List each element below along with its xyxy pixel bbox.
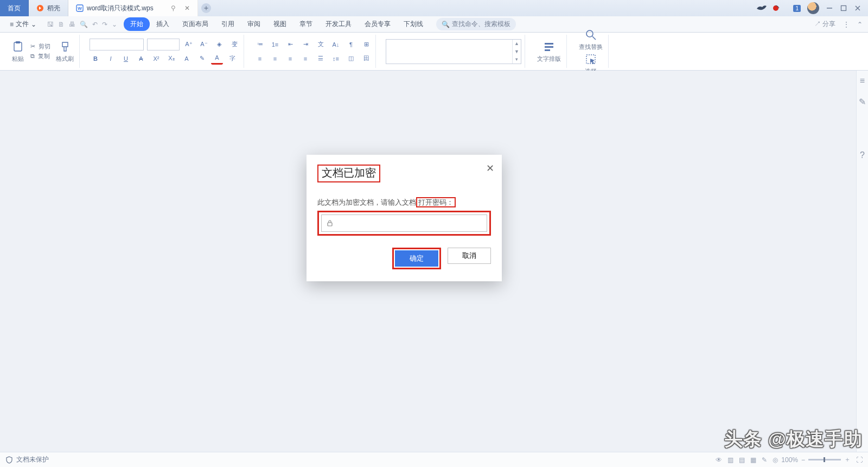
menu-dev-tools[interactable]: 开发工具 [319,17,358,31]
menu-chapter[interactable]: 章节 [293,17,319,31]
read-mode-icon[interactable]: ✎ [762,456,767,464]
format-painter-button[interactable]: 格式刷 [54,40,76,63]
cut-button[interactable]: ✂剪切 [30,42,50,51]
text-layout-button[interactable]: 文字排版 [535,40,563,63]
shading-icon[interactable]: ◫ [345,53,357,65]
subscript-icon[interactable]: X₂ [165,53,177,65]
print-preview-icon[interactable]: 🔍 [80,21,88,28]
password-field[interactable] [321,214,487,232]
close-window-button[interactable] [854,4,861,12]
bold-icon[interactable]: B [90,53,101,65]
menu-underline[interactable]: 下划线 [397,17,430,31]
collapse-ribbon-icon[interactable]: ⌃ [857,21,863,28]
align-center-icon[interactable]: ≡ [269,53,281,65]
text-effect-icon[interactable]: A [181,53,193,65]
menu-references[interactable]: 引用 [215,17,241,31]
minimize-button[interactable] [826,4,833,12]
menu-view[interactable]: 视图 [267,17,293,31]
menu-start[interactable]: 开始 [124,17,150,31]
view-web-icon[interactable]: ▦ [750,456,756,464]
tab-docker[interactable]: 稻壳 [29,0,68,16]
brush-icon [58,40,72,54]
password-input[interactable] [337,219,482,228]
increase-indent-icon[interactable]: ⇥ [299,39,311,51]
snap-icon[interactable]: ⊞ [360,39,372,51]
grow-font-icon[interactable]: A⁺ [183,39,195,51]
align-right-icon[interactable]: ≡ [284,53,296,65]
menu-member[interactable]: 会员专享 [358,17,397,31]
new-tab-button[interactable]: ＋ [198,0,214,16]
zoom-reset-icon[interactable]: ◎ [773,456,778,464]
strikethrough-icon[interactable]: A [135,53,147,65]
font-name-select[interactable] [90,39,144,51]
copy-button[interactable]: ⧉复制 [30,52,50,60]
show-marks-icon[interactable]: ¶ [345,39,357,51]
view-outline-icon[interactable]: ▤ [739,456,745,464]
zoom-value[interactable]: 100% [781,456,798,464]
style-down-icon[interactable]: ▼ [513,47,521,55]
more-icon[interactable]: ⋮ [843,21,850,28]
menu-page-layout[interactable]: 页面布局 [176,17,215,31]
find-replace-button[interactable]: 查找替换 [577,28,605,51]
zoom-in-icon[interactable]: ＋ [844,455,851,464]
svg-rect-9 [16,41,20,43]
font-size-select[interactable] [147,39,180,51]
phonetic-icon[interactable]: 变 [228,39,240,51]
shrink-font-icon[interactable]: A⁻ [198,39,210,51]
eye-icon[interactable]: 👁 [716,456,722,464]
user-avatar[interactable] [807,2,819,14]
dialog-close-button[interactable]: ✕ [486,162,494,174]
bullets-icon[interactable]: ≔ [254,39,266,51]
paste-button[interactable]: 粘贴 [9,40,27,63]
pin-icon[interactable]: ⚲ [171,4,176,12]
svg-text:W: W [78,6,82,11]
cancel-button[interactable]: 取消 [448,248,491,264]
superscript-icon[interactable]: X² [150,53,162,65]
qat-dropdown-icon[interactable]: ⌄ [112,21,117,28]
menu-review[interactable]: 审阅 [241,17,267,31]
rail-menu-icon[interactable]: ≡ [860,76,865,86]
text-direction-icon[interactable]: 文 [315,39,327,51]
menu-insert[interactable]: 插入 [150,17,176,31]
notification-badge[interactable]: 1 [793,5,801,12]
numbering-icon[interactable]: 1≡ [269,39,281,51]
close-tab-icon[interactable]: ✕ [184,4,190,12]
distribute-icon[interactable]: ☰ [315,53,327,65]
tab-home[interactable]: 首页 [0,0,29,16]
italic-icon[interactable]: I [105,53,117,65]
undo-icon[interactable]: ↶ [92,21,98,28]
line-spacing-icon[interactable]: ↕≡ [330,53,342,65]
chevron-down-icon: ⌄ [31,21,36,28]
zoom-slider[interactable] [808,459,841,460]
rail-pen-icon[interactable]: ✎ [859,97,866,107]
highlight-icon[interactable]: ✎ [196,53,208,65]
decrease-indent-icon[interactable]: ⇤ [284,39,296,51]
justify-icon[interactable]: ≡ [299,53,311,65]
style-up-icon[interactable]: ▲ [513,40,521,48]
style-more-icon[interactable]: ▾ [513,55,521,64]
view-page-icon[interactable]: ▥ [727,456,733,464]
print-icon[interactable]: 🖶 [69,21,75,28]
maximize-button[interactable] [840,4,847,12]
file-menu[interactable]: ≡ 文件 ⌄ [5,18,41,30]
char-shading-icon[interactable]: 字 [226,53,238,65]
shield-icon [5,456,13,464]
rail-help-icon[interactable]: ? [860,150,865,160]
align-left-icon[interactable]: ≡ [254,53,266,65]
style-gallery[interactable]: ▲▼▾ [386,39,521,64]
sort-icon[interactable]: A↓ [330,39,342,51]
share-button[interactable]: ↗ 分享 [814,20,835,29]
fullscreen-icon[interactable]: ⛶ [856,456,863,464]
save-as-icon[interactable]: 🗎 [58,21,65,28]
save-icon[interactable]: 🖫 [47,21,54,28]
clear-format-icon[interactable]: ◈ [213,39,225,51]
ok-button[interactable]: 确定 [395,250,438,267]
protect-status[interactable]: 文档未保护 [16,455,49,464]
underline-icon[interactable]: U [120,53,132,65]
font-color-icon[interactable]: A [211,53,223,65]
tab-document[interactable]: W word取消只读模式.wps ⚲ ✕ [68,0,198,16]
borders-icon[interactable]: 田 [360,53,372,65]
command-search[interactable]: 🔍 查找命令、搜索模板 [436,18,516,30]
zoom-out-icon[interactable]: − [801,456,805,464]
redo-icon[interactable]: ↷ [102,21,107,28]
